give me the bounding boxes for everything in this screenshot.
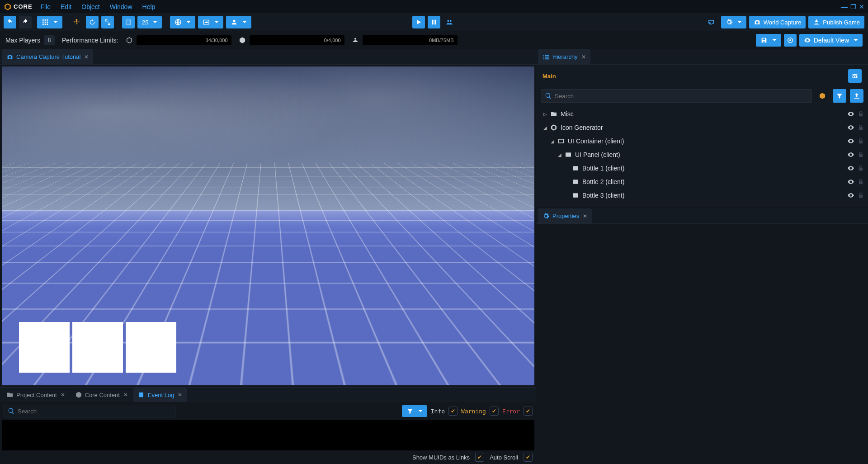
player-dropdown[interactable] [226, 16, 251, 28]
hierarchy-panel: Main ▷Misc◢Icon Generator◢UI Container (… [536, 65, 868, 207]
hierarchy-search[interactable] [541, 89, 812, 103]
multiplayer-preview-button[interactable] [443, 16, 456, 28]
eye-icon[interactable] [847, 124, 854, 131]
tab-core-content[interactable]: Core Content ✕ [71, 388, 132, 402]
hierarchy-upload-button[interactable] [850, 89, 863, 103]
lock-icon[interactable] [857, 192, 864, 199]
lock-icon[interactable] [857, 165, 864, 172]
tab-close-icon[interactable]: ✕ [123, 392, 128, 398]
properties-tab[interactable]: Properties ✕ [538, 208, 592, 223]
terrain-dropdown[interactable] [198, 16, 223, 28]
lock-icon[interactable] [857, 137, 864, 145]
tab-close-icon[interactable]: ✕ [583, 213, 587, 219]
publish-button[interactable]: Publish Game [808, 16, 864, 28]
eye-icon[interactable] [847, 151, 854, 158]
lock-icon[interactable] [857, 124, 864, 131]
expand-toggle[interactable]: ◢ [549, 139, 556, 144]
snap-distance[interactable]: 25 [137, 16, 162, 28]
rotate-tool[interactable] [86, 16, 99, 28]
tab-close-icon[interactable]: ✕ [178, 392, 182, 398]
grid-snap-dropdown[interactable] [37, 16, 62, 28]
redo-button[interactable] [19, 16, 32, 28]
settings-dropdown[interactable] [721, 16, 746, 28]
play-button[interactable] [412, 16, 425, 28]
eye-icon[interactable] [847, 178, 854, 185]
expand-toggle[interactable]: ◢ [542, 125, 549, 130]
log-info-label: Info [431, 408, 445, 415]
hierarchy-search-input[interactable] [555, 93, 808, 99]
target-button[interactable] [784, 34, 797, 47]
app-logo: CORE [4, 3, 33, 11]
tab-project-content[interactable]: Project Content ✕ [2, 388, 70, 402]
scale-tool[interactable] [101, 16, 114, 28]
menu-items: File Edit Object Window Help [41, 3, 156, 10]
maximize-icon[interactable]: ❐ [850, 3, 856, 10]
tab-close-icon[interactable]: ✕ [84, 54, 89, 60]
performance-limits-label: Performance Limits: [62, 37, 118, 44]
viewport-tab[interactable]: Camera Capture Tutorial ✕ [2, 49, 93, 64]
log-info-toggle[interactable] [448, 407, 458, 416]
menu-object[interactable]: Object [81, 3, 99, 10]
eye-icon[interactable] [847, 110, 854, 118]
autoscroll-toggle[interactable] [524, 453, 533, 462]
eye-icon[interactable] [847, 165, 854, 172]
hierarchy-node[interactable]: ◢Icon Generator [536, 121, 868, 134]
lock-icon[interactable] [857, 151, 864, 158]
log-warning-toggle[interactable] [490, 407, 499, 416]
lock-icon[interactable] [857, 110, 864, 118]
node-label: Bottle 3 (client) [582, 192, 624, 199]
default-view-dropdown[interactable]: Default View [799, 34, 863, 47]
eye-icon[interactable] [847, 192, 854, 199]
core-logo-icon [4, 3, 12, 11]
net-icon [550, 123, 558, 132]
log-output[interactable] [2, 420, 534, 450]
svg-point-5 [789, 39, 791, 41]
log-error-toggle[interactable] [524, 407, 533, 416]
hierarchy-node[interactable]: Bottle 1 (client) [536, 161, 868, 175]
expand-toggle[interactable]: ◢ [556, 152, 563, 157]
cube-icon [126, 37, 133, 44]
scene-settings-button[interactable] [848, 69, 862, 83]
eye-icon[interactable] [847, 137, 854, 145]
log-search-input[interactable] [18, 408, 171, 415]
search-icon [545, 92, 552, 99]
hierarchy-node[interactable]: Bottle 3 (client) [536, 189, 868, 202]
pause-button[interactable] [428, 16, 440, 28]
hierarchy-node[interactable]: ▷Misc [536, 107, 868, 121]
hex-icon [75, 391, 82, 398]
menu-edit[interactable]: Edit [61, 3, 71, 10]
viewport-3d[interactable] [2, 66, 534, 385]
memory-usage: 0MB/75MB [363, 35, 458, 45]
hierarchy-node[interactable]: ◢UI Container (client) [536, 134, 868, 148]
hierarchy-filter-button[interactable] [833, 89, 846, 103]
save-dropdown[interactable] [756, 34, 781, 47]
move-tool[interactable] [71, 16, 83, 28]
muids-toggle[interactable] [475, 453, 484, 462]
tab-event-log[interactable]: Event Log ✕ [133, 388, 187, 402]
node-label: UI Panel (client) [575, 151, 620, 158]
world-space-dropdown[interactable] [170, 16, 195, 28]
menu-window[interactable]: Window [110, 3, 132, 10]
scene-name[interactable]: Main [542, 73, 556, 80]
expand-toggle[interactable]: ▷ [542, 112, 549, 117]
minimize-icon[interactable]: — [841, 3, 848, 10]
cast-button[interactable] [704, 16, 718, 28]
max-players-value[interactable]: 8 [44, 35, 55, 45]
menu-help[interactable]: Help [142, 3, 156, 10]
world-capture-button[interactable]: World Capture [749, 16, 806, 28]
hierarchy-tab[interactable]: Hierarchy ✕ [538, 49, 590, 64]
hierarchy-cube-button[interactable] [816, 89, 829, 103]
log-search[interactable] [4, 405, 175, 417]
log-filter-dropdown[interactable] [402, 405, 427, 417]
hierarchy-node[interactable]: ◢UI Panel (client) [536, 148, 868, 161]
hierarchy-node[interactable]: Bottle 2 (client) [536, 175, 868, 189]
tab-close-icon[interactable]: ✕ [581, 54, 586, 60]
grid-toggle[interactable] [122, 16, 135, 28]
undo-button[interactable] [4, 16, 16, 28]
menu-file[interactable]: File [41, 3, 51, 10]
tab-close-icon[interactable]: ✕ [61, 392, 65, 398]
lock-icon[interactable] [857, 178, 864, 185]
close-icon[interactable]: ✕ [859, 3, 864, 10]
svg-point-3 [450, 20, 452, 22]
memory-icon [352, 37, 359, 44]
